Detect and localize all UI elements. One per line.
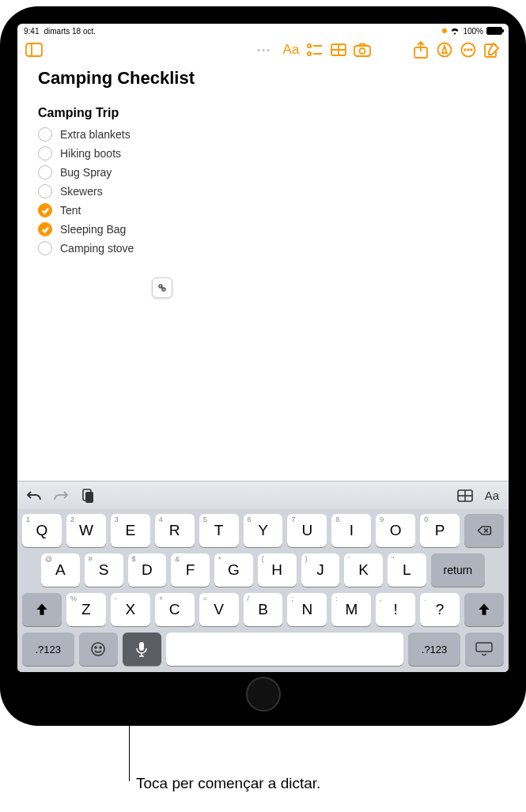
key-i[interactable]: 8I xyxy=(331,514,371,547)
check-label: Bug Spray xyxy=(60,166,112,179)
key-![interactable]: ,! xyxy=(376,593,415,626)
numbers-key-right[interactable]: .?123 xyxy=(408,633,460,666)
key-o[interactable]: 9O xyxy=(376,514,415,547)
key-m[interactable]: :M xyxy=(331,593,371,626)
key-a[interactable]: @A xyxy=(41,553,80,587)
shift-key-right[interactable] xyxy=(464,593,504,626)
key-d[interactable]: $D xyxy=(128,553,167,587)
key-?[interactable]: .? xyxy=(420,593,460,626)
wifi-icon xyxy=(450,28,460,35)
check-item[interactable]: Extra blankets xyxy=(38,125,488,144)
key-j[interactable]: )J xyxy=(301,553,340,587)
status-bar: 9:41 dimarts 18 oct. 100% xyxy=(17,24,509,38)
text-cursor-handle[interactable] xyxy=(152,278,172,298)
check-item[interactable]: Hiking boots xyxy=(38,144,488,163)
svg-point-27 xyxy=(100,647,101,648)
key-v[interactable]: =V xyxy=(199,593,239,626)
key-u[interactable]: 7U xyxy=(287,514,327,547)
key-w[interactable]: 2W xyxy=(66,514,106,547)
more-icon[interactable] xyxy=(458,40,479,60)
screen: 9:41 dimarts 18 oct. 100% Aa xyxy=(17,24,509,672)
camera-icon[interactable] xyxy=(352,40,373,60)
check-item[interactable]: Skewers xyxy=(38,182,488,201)
status-time: 9:41 xyxy=(24,27,39,36)
note-title[interactable]: Camping Checklist xyxy=(38,68,488,89)
numbers-key-left[interactable]: .?123 xyxy=(22,633,74,666)
table-kb-icon[interactable] xyxy=(456,487,474,504)
redo-icon xyxy=(52,487,70,504)
check-circle[interactable] xyxy=(38,203,52,217)
compose-icon[interactable] xyxy=(482,40,502,60)
key-t[interactable]: 5T xyxy=(199,514,239,547)
svg-point-15 xyxy=(467,49,469,51)
keyboard: 1Q2W3E4R5T6Y7U8I9O0P @A#S$D&F*G(H)J'K"Lr… xyxy=(17,509,509,672)
emoji-key[interactable] xyxy=(79,633,118,666)
key-p[interactable]: 0P xyxy=(420,514,460,547)
check-circle[interactable] xyxy=(38,184,52,198)
check-item[interactable]: Sleeping Bag xyxy=(38,220,488,239)
check-label: Camping stove xyxy=(60,242,134,255)
check-circle[interactable] xyxy=(38,127,52,142)
key-x[interactable]: -X xyxy=(111,593,150,626)
key-c[interactable]: +C xyxy=(155,593,195,626)
note-body[interactable]: Camping Checklist Camping Trip Extra bla… xyxy=(17,62,509,481)
return-key[interactable]: return xyxy=(431,553,485,587)
checklist-icon[interactable] xyxy=(305,40,325,60)
key-b[interactable]: /B xyxy=(244,593,283,626)
undo-icon[interactable] xyxy=(25,487,43,504)
svg-rect-9 xyxy=(354,46,370,56)
check-label: Skewers xyxy=(60,185,103,198)
key-k[interactable]: 'K xyxy=(344,553,383,587)
share-icon[interactable] xyxy=(411,40,431,60)
sidebar-toggle-icon[interactable] xyxy=(24,40,44,60)
dismiss-keyboard-key[interactable] xyxy=(465,633,504,666)
key-z[interactable]: %Z xyxy=(66,593,106,626)
svg-rect-0 xyxy=(26,43,42,56)
svg-point-25 xyxy=(92,643,104,655)
key-h[interactable]: (H xyxy=(258,553,297,587)
key-l[interactable]: "L xyxy=(388,553,426,587)
key-n[interactable]: ;N xyxy=(287,593,327,626)
svg-point-16 xyxy=(471,49,472,51)
check-label: Extra blankets xyxy=(60,128,131,141)
check-item[interactable]: Camping stove xyxy=(38,239,488,258)
check-item[interactable]: Bug Spray xyxy=(38,163,488,182)
check-circle[interactable] xyxy=(38,165,52,179)
caption-area: Toca per començar a dictar. xyxy=(0,726,526,805)
keyboard-toolbar: Aa xyxy=(17,481,509,509)
status-date: dimarts 18 oct. xyxy=(44,27,96,36)
table-icon[interactable] xyxy=(328,40,349,60)
check-circle[interactable] xyxy=(38,146,52,161)
key-r[interactable]: 4R xyxy=(155,514,195,547)
notes-toolbar: Aa xyxy=(17,38,509,62)
key-e[interactable]: 3E xyxy=(111,514,150,547)
format-text-icon[interactable]: Aa xyxy=(281,40,301,60)
note-heading[interactable]: Camping Trip xyxy=(38,106,488,120)
format-kb-icon[interactable]: Aa xyxy=(483,487,501,504)
key-q[interactable]: 1Q xyxy=(22,514,62,547)
key-y[interactable]: 6Y xyxy=(244,514,283,547)
check-label: Hiking boots xyxy=(60,147,121,160)
svg-point-2 xyxy=(308,44,311,47)
svg-rect-29 xyxy=(476,643,492,651)
svg-rect-21 xyxy=(85,492,93,503)
check-circle[interactable] xyxy=(38,222,52,236)
key-g[interactable]: *G xyxy=(214,553,253,587)
mic-indicator-dot xyxy=(442,28,447,33)
svg-point-4 xyxy=(308,52,311,55)
caption-text: Toca per començar a dictar. xyxy=(136,775,320,792)
backspace-key[interactable] xyxy=(464,514,504,547)
clipboard-icon[interactable] xyxy=(79,487,96,504)
check-circle[interactable] xyxy=(38,241,52,255)
home-button[interactable] xyxy=(246,677,281,712)
check-label: Sleeping Bag xyxy=(60,223,126,236)
key-f[interactable]: &F xyxy=(171,553,210,587)
dictation-key[interactable] xyxy=(123,633,161,666)
shift-key-left[interactable] xyxy=(22,593,62,626)
key-s[interactable]: #S xyxy=(85,553,123,587)
markup-icon[interactable] xyxy=(434,40,455,60)
svg-rect-28 xyxy=(139,642,144,651)
grabber-dots[interactable] xyxy=(257,49,269,51)
check-item[interactable]: Tent xyxy=(38,201,488,220)
space-key[interactable] xyxy=(166,633,403,666)
